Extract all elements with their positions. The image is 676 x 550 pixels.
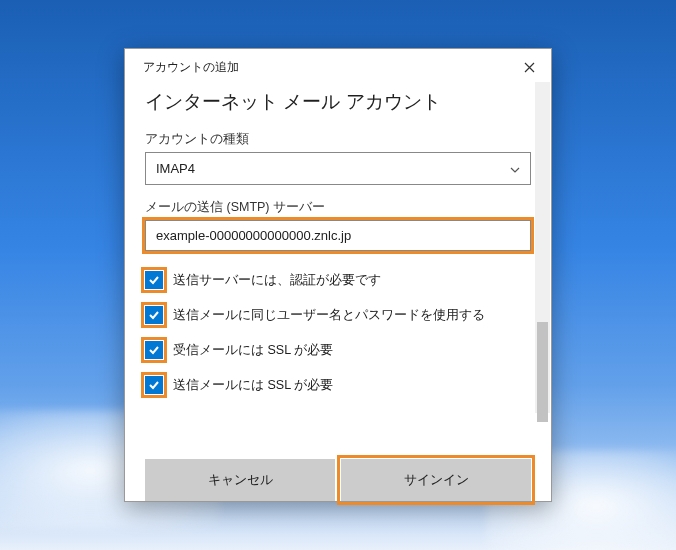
checkbox-same-credentials[interactable] [145,306,163,324]
smtp-input[interactable] [145,220,531,251]
account-type-select[interactable]: IMAP4 [145,152,531,185]
dialog-titlebar: アカウントの追加 [125,49,551,81]
checkbox-wrap [145,376,163,394]
checkbox-wrap [145,341,163,359]
signin-button[interactable]: サインイン [341,459,531,501]
check-label: 送信メールには SSL が必要 [173,377,333,394]
chevron-down-icon [510,163,520,175]
cancel-button[interactable]: キャンセル [145,459,335,501]
checkbox-auth-required[interactable] [145,271,163,289]
check-label: 受信メールには SSL が必要 [173,342,333,359]
close-icon[interactable] [519,57,539,77]
add-account-dialog: アカウントの追加 インターネット メール アカウント アカウントの種類 IMAP… [124,48,552,502]
check-label: 送信メールに同じユーザー名とパスワードを使用する [173,307,485,324]
check-row-outgoing-ssl: 送信メールには SSL が必要 [145,376,531,394]
signin-button-label: サインイン [404,471,469,489]
smtp-label: メールの送信 (SMTP) サーバー [145,199,531,216]
smtp-field-highlight [145,220,531,251]
check-row-auth: 送信サーバーには、認証が必要です [145,271,531,289]
check-row-incoming-ssl: 受信メールには SSL が必要 [145,341,531,359]
checkbox-outgoing-ssl[interactable] [145,376,163,394]
checkbox-incoming-ssl[interactable] [145,341,163,359]
checkbox-wrap [145,271,163,289]
account-type-label: アカウントの種類 [145,131,531,148]
scrollbar[interactable] [535,82,550,413]
dialog-footer: キャンセル サインイン [125,459,551,501]
checkbox-wrap [145,306,163,324]
scrollbar-thumb[interactable] [537,322,548,422]
page-title: インターネット メール アカウント [145,89,531,115]
dialog-title: アカウントの追加 [143,59,239,76]
account-type-value: IMAP4 [156,161,195,176]
check-label: 送信サーバーには、認証が必要です [173,272,381,289]
cancel-button-label: キャンセル [208,471,273,489]
dialog-content: インターネット メール アカウント アカウントの種類 IMAP4 メールの送信 … [125,81,551,459]
check-row-same-creds: 送信メールに同じユーザー名とパスワードを使用する [145,306,531,324]
